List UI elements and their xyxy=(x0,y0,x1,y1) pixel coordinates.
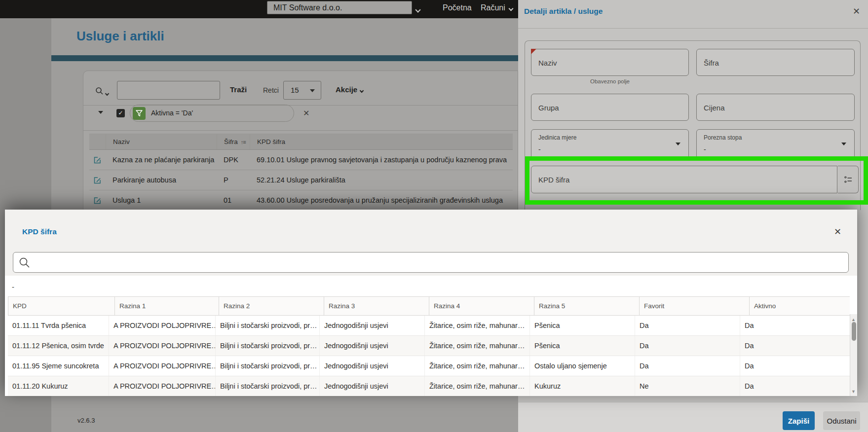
kpd-table-row[interactable]: 01.11.20 Kukuruz A PROIZVODI POLJOPRIVRE… xyxy=(8,376,850,396)
scrollbar-thumb[interactable] xyxy=(852,322,856,341)
divider xyxy=(518,28,868,29)
cell-razina-1: A PROIZVODI POLJOPRIVRE… xyxy=(109,356,215,376)
filter-chip[interactable]: Aktivna = 'Da' xyxy=(130,105,294,122)
cell-aktivno: Da xyxy=(740,376,850,396)
drawer-close-button[interactable]: ✕ xyxy=(853,6,860,17)
collapse-filters-icon[interactable] xyxy=(98,111,103,114)
kpd-column-header[interactable]: Favorit xyxy=(639,297,749,315)
kpd-table-row[interactable]: 01.11.12 Pšenica, osim tvrde A PROIZVODI… xyxy=(8,336,850,356)
kpd-lookup-button[interactable] xyxy=(838,166,859,193)
cell-favorit: Da xyxy=(635,316,740,335)
naziv-field-label: Naziv xyxy=(538,58,557,67)
empty-option-row[interactable]: - xyxy=(12,280,14,294)
cell-kpd-code: 01.11.20 Kukuruz xyxy=(8,376,109,396)
remove-filter-button[interactable]: ✕ xyxy=(303,108,309,118)
cell-aktivno: Da xyxy=(740,316,850,335)
cijena-field-label: Cijena xyxy=(704,103,725,111)
sifra-field-label: Šifra xyxy=(704,58,719,67)
cell-naziv: Usluga 1 xyxy=(106,190,217,210)
cell-sifra: DPK xyxy=(217,150,250,170)
kpd-table-row[interactable]: 01.11.95 Sjeme suncokreta A PROIZVODI PO… xyxy=(8,356,850,376)
cell-razina-3: Jednogodišnji usjevi xyxy=(319,316,424,335)
jedinica-mjere-value: - xyxy=(538,145,541,153)
cell-aktivno: Da xyxy=(740,336,850,356)
kpd-column-header[interactable]: Razina 5 xyxy=(534,297,639,315)
cell-sifra: P xyxy=(217,170,250,190)
list-icon xyxy=(844,175,853,184)
scroll-up-icon[interactable]: ▲ xyxy=(851,317,856,322)
grupa-field-label: Grupa xyxy=(538,103,559,111)
cancel-button[interactable]: Odustani xyxy=(823,411,860,430)
edit-cell[interactable] xyxy=(89,170,106,190)
kpd-table-header: KPDRazina 1Razina 2Razina 3Razina 4Razin… xyxy=(8,296,850,316)
cell-favorit: Ne xyxy=(635,376,740,396)
kpd-column-header[interactable]: Razina 2 xyxy=(219,297,324,315)
cell-razina-2: Biljni i stočarski proizvodi, pr… xyxy=(215,356,319,376)
chevron-down-icon xyxy=(360,89,364,93)
table-row[interactable]: Kazna za ne plaćanje parkiranja DPK 69.1… xyxy=(89,150,513,170)
page-title: Usluge i artikli xyxy=(76,29,164,44)
cell-razina-1: A PROIZVODI POLJOPRIVRE… xyxy=(109,316,215,335)
save-button[interactable]: Zapiši xyxy=(783,411,815,430)
kpd-column-header[interactable]: Aktivno xyxy=(749,297,776,315)
column-header-sifra[interactable]: Šifra↑≡ xyxy=(217,134,250,149)
jedinica-mjere-select[interactable]: Jedinica mjere - xyxy=(531,129,689,159)
filter-funnel-icon xyxy=(133,107,146,120)
nav-item-pocetna[interactable]: Početna xyxy=(443,3,472,12)
kpd-sifra-field[interactable]: KPD šifra xyxy=(531,166,837,193)
cell-razina-4: Žitarice, osim riže, mahunar… xyxy=(424,356,529,376)
cell-kpd: 52.21.24 Usluge parkirališta xyxy=(250,170,513,190)
cell-favorit: Da xyxy=(635,336,740,356)
cell-kpd-code: 01.11.95 Sjeme suncokreta xyxy=(8,356,109,376)
column-header-kpd[interactable]: KPD šifra xyxy=(250,134,513,149)
rows-label: Retci xyxy=(263,86,279,94)
table-row[interactable]: Usluga 1 01 43.60.00 Usluge posredovanja… xyxy=(89,190,513,211)
divider xyxy=(83,130,518,131)
search-input[interactable] xyxy=(117,81,220,100)
edit-cell[interactable] xyxy=(89,190,106,210)
kpd-column-header[interactable]: Razina 1 xyxy=(114,297,219,315)
edit-column-header xyxy=(89,134,106,149)
scroll-down-icon[interactable]: ▼ xyxy=(851,389,856,394)
naziv-field[interactable]: Naziv xyxy=(531,49,689,76)
modal-close-button[interactable]: ✕ xyxy=(834,226,841,237)
cell-razina-5: Kukuruz xyxy=(529,376,635,396)
modal-scrollbar[interactable]: ▲ ▼ xyxy=(850,314,857,396)
go-button[interactable]: Traži xyxy=(230,85,247,94)
rows-select[interactable]: 15 xyxy=(283,81,321,100)
edit-cell[interactable] xyxy=(89,150,106,170)
edit-icon xyxy=(93,196,102,205)
edit-icon xyxy=(93,176,102,184)
page-title-underline-bar xyxy=(51,55,518,61)
kpd-column-header[interactable]: KPD xyxy=(8,297,114,315)
caret-down-icon xyxy=(676,143,680,145)
cell-razina-1: A PROIZVODI POLJOPRIVRE… xyxy=(109,376,215,396)
porezna-stopa-label: Porezna stopa xyxy=(704,134,742,141)
filter-checkbox[interactable]: ✓ xyxy=(116,109,125,117)
company-select-value: MIT Software d.o.o. xyxy=(273,3,342,12)
cell-sifra: 01 xyxy=(217,190,250,210)
porezna-stopa-value: - xyxy=(704,145,706,153)
modal-search-input[interactable] xyxy=(13,252,849,273)
chevron-down-icon[interactable] xyxy=(416,5,420,14)
porezna-stopa-select[interactable]: Porezna stopa - xyxy=(696,129,855,159)
table-header-row: Naziv Šifra↑≡ KPD šifra xyxy=(89,134,513,150)
kpd-column-header[interactable]: Razina 4 xyxy=(429,297,534,315)
services-table: Naziv Šifra↑≡ KPD šifra Kazna za ne plać… xyxy=(89,134,513,211)
actions-menu-button[interactable]: Akcije xyxy=(336,85,363,94)
table-row[interactable]: Parkiranje autobusa P 52.21.24 Usluge pa… xyxy=(89,170,513,190)
nav-item-racuni[interactable]: Računi xyxy=(481,3,513,12)
company-select[interactable]: MIT Software d.o.o. xyxy=(267,1,412,14)
search-icon xyxy=(19,257,31,269)
cell-razina-1: A PROIZVODI POLJOPRIVRE… xyxy=(109,336,215,356)
kpd-column-header[interactable]: Razina 3 xyxy=(324,297,429,315)
jedinica-mjere-label: Jedinica mjere xyxy=(538,134,576,141)
search-options-icon[interactable] xyxy=(95,87,109,97)
kpd-table-row[interactable]: 01.11.11 Tvrda pšenica A PROIZVODI POLJO… xyxy=(8,316,850,336)
sifra-field[interactable]: Šifra xyxy=(696,49,855,76)
column-header-naziv[interactable]: Naziv xyxy=(106,134,217,149)
grupa-field[interactable]: Grupa xyxy=(531,94,689,121)
app-root: MIT Software d.o.o. Početna Računi Uslug… xyxy=(0,0,868,432)
filter-chip-label: Aktivna = 'Da' xyxy=(151,109,193,117)
cijena-field[interactable]: Cijena xyxy=(696,94,855,121)
